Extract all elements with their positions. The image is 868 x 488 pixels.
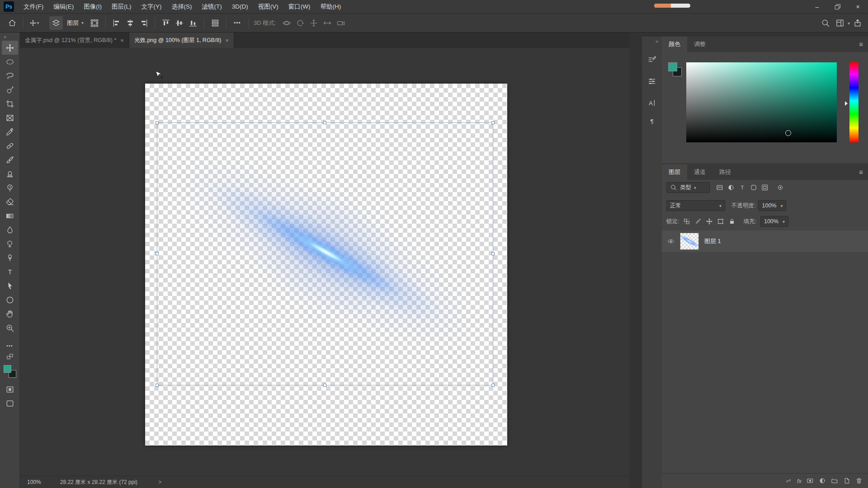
lock-artboard-icon[interactable]	[717, 218, 724, 225]
filter-shape-layers-icon[interactable]	[750, 184, 757, 191]
distribute-button[interactable]	[208, 16, 222, 30]
close-button[interactable]: ×	[848, 0, 868, 14]
photoshop-logo-icon[interactable]: Ps	[4, 1, 14, 12]
menu-item-layer[interactable]: 图层(L)	[107, 0, 137, 14]
3d-orbit-button[interactable]	[280, 16, 293, 30]
tool-dodge[interactable]	[2, 237, 18, 251]
hue-slider[interactable]	[849, 62, 859, 142]
tab-adjustments[interactable]: 调整	[687, 37, 712, 52]
transform-handle-top-left[interactable]	[156, 121, 159, 124]
delete-layer-trash-icon[interactable]	[855, 477, 863, 484]
tool-shape[interactable]	[2, 293, 18, 307]
tool-marquee[interactable]	[2, 55, 18, 69]
layer-row-selected[interactable]: 图层 1	[662, 230, 868, 252]
tool-eyedropper[interactable]	[2, 125, 18, 139]
lock-pixels-icon[interactable]	[694, 218, 702, 225]
screen-mode-button[interactable]	[2, 396, 18, 410]
share-export-button[interactable]	[851, 16, 864, 30]
tool-quick-selection[interactable]	[2, 83, 18, 97]
align-center-h-button[interactable]	[123, 16, 137, 30]
tool-history-brush[interactable]	[2, 181, 18, 195]
tool-pen[interactable]	[2, 251, 18, 265]
filter-pixel-layers-icon[interactable]	[716, 184, 723, 191]
auto-select-target-dropdown[interactable]: 图层 ▾	[63, 17, 88, 29]
workspace-switcher-button[interactable]	[833, 16, 847, 30]
align-right-button[interactable]	[137, 16, 151, 30]
menu-item-image[interactable]: 图像(I)	[79, 0, 107, 14]
align-bottom-button[interactable]	[186, 16, 200, 30]
new-layer-icon[interactable]	[843, 477, 850, 484]
lock-position-icon[interactable]	[706, 218, 713, 225]
properties-panel-button[interactable]	[644, 74, 660, 89]
dock-expand-button[interactable]: «	[656, 37, 662, 46]
3d-zoom-camera-button[interactable]	[334, 16, 348, 30]
panel-foreground-swatch[interactable]	[668, 62, 677, 71]
search-button[interactable]	[819, 16, 832, 30]
tool-clone-stamp[interactable]	[2, 167, 18, 181]
hue-slider-indicator[interactable]	[845, 101, 848, 106]
menu-item-filter[interactable]: 滤镜(T)	[197, 0, 227, 14]
menu-item-select[interactable]: 选择(S)	[167, 0, 197, 14]
blend-mode-dropdown[interactable]: 正常 ▾	[666, 200, 725, 211]
transform-handle-bottom-left[interactable]	[156, 384, 159, 387]
layer-name[interactable]: 图层 1	[704, 237, 721, 245]
brush-settings-panel-button[interactable]	[644, 52, 660, 67]
transform-handle-bottom-middle[interactable]	[323, 384, 326, 387]
menu-item-window[interactable]: 窗口(W)	[283, 0, 316, 14]
tool-frame[interactable]	[2, 111, 18, 125]
color-picker-ring[interactable]	[785, 130, 791, 136]
3d-pan-button[interactable]	[307, 16, 321, 30]
show-transform-controls-toggle[interactable]	[88, 16, 101, 30]
toolbar-collapse-button[interactable]: »	[0, 33, 6, 41]
fill-dropdown[interactable]: 100% ▾	[760, 216, 788, 227]
filter-adjustment-layers-icon[interactable]	[727, 184, 735, 191]
opacity-dropdown[interactable]: 100% ▾	[758, 200, 786, 211]
align-left-button[interactable]	[110, 16, 123, 30]
more-options-button[interactable]: •••	[231, 16, 244, 30]
lock-transparency-icon[interactable]	[683, 218, 690, 225]
layer-filter-switch[interactable]	[777, 184, 784, 191]
menu-item-file[interactable]: 文件(F)	[19, 0, 48, 14]
tool-preset-button[interactable]: ▾	[28, 16, 41, 30]
status-expand-button[interactable]: >	[158, 479, 161, 485]
layer-style-fx-button[interactable]: fx	[797, 478, 802, 484]
document-tab-active[interactable]: 光效.png @ 100% (图层 1, RGB/8) ×	[129, 33, 234, 48]
tool-lasso[interactable]	[2, 69, 18, 83]
tab-paths[interactable]: 路径	[712, 164, 738, 180]
home-button[interactable]	[5, 16, 19, 30]
auto-select-toggle[interactable]	[49, 16, 63, 30]
tool-healing-brush[interactable]	[2, 139, 18, 153]
transform-handle-bottom-right[interactable]	[491, 384, 495, 387]
tool-hand[interactable]	[2, 307, 18, 321]
transform-handle-middle-left[interactable]	[156, 252, 159, 255]
lock-all-icon[interactable]	[728, 218, 736, 225]
caret-down-icon[interactable]: ▾	[848, 21, 850, 26]
transform-handle-top-middle[interactable]	[323, 121, 326, 124]
canvas-area[interactable]	[20, 48, 629, 488]
tool-blur[interactable]	[2, 223, 18, 237]
layer-filter-type-dropdown[interactable]: 类型 ▾	[666, 182, 710, 193]
filter-smart-objects-icon[interactable]	[761, 184, 769, 191]
add-adjustment-icon[interactable]	[819, 477, 826, 484]
paragraph-panel-button[interactable]: ¶	[644, 113, 660, 129]
tool-gradient[interactable]	[2, 209, 18, 223]
swap-colors-button[interactable]	[2, 352, 18, 361]
3d-roll-button[interactable]	[293, 16, 307, 30]
tab-close-button[interactable]: ×	[120, 37, 124, 44]
3d-slide-button[interactable]	[321, 16, 334, 30]
foreground-color-swatch[interactable]	[4, 365, 11, 373]
quick-mask-button[interactable]	[2, 382, 18, 396]
saturation-brightness-field[interactable]	[686, 62, 837, 142]
minimize-button[interactable]: –	[807, 0, 827, 14]
tool-path-select[interactable]	[2, 279, 18, 293]
transform-handle-middle-right[interactable]	[491, 252, 495, 255]
menu-item-edit[interactable]: 编辑(E)	[48, 0, 79, 14]
tool-eraser[interactable]	[2, 195, 18, 209]
restore-button[interactable]	[827, 0, 848, 14]
menu-item-help[interactable]: 帮助(H)	[315, 0, 346, 14]
menu-item-3d[interactable]: 3D(D)	[227, 0, 253, 14]
align-top-button[interactable]	[159, 16, 173, 30]
tool-crop[interactable]	[2, 97, 18, 111]
character-panel-button[interactable]: A	[644, 95, 660, 111]
menu-item-view[interactable]: 视图(V)	[253, 0, 283, 14]
